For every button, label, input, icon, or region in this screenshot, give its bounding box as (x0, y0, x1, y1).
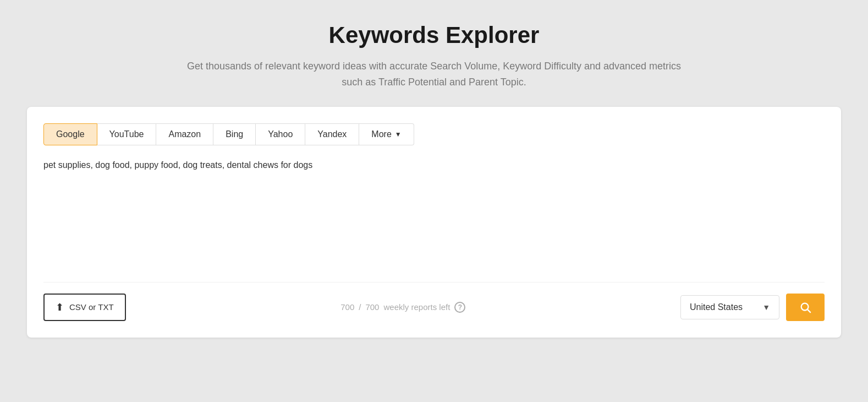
tab-yandex[interactable]: Yandex (305, 123, 359, 145)
hero-subtitle: Get thousands of relevant keyword ideas … (186, 58, 682, 90)
upload-icon: ⬆ (56, 301, 64, 313)
tab-amazon[interactable]: Amazon (156, 123, 213, 145)
chevron-down-icon: ▼ (762, 303, 770, 312)
reports-current: 700 (340, 302, 354, 312)
footer-right: United States ▼ (680, 294, 825, 321)
tab-youtube[interactable]: YouTube (97, 123, 157, 145)
tab-bing[interactable]: Bing (213, 123, 256, 145)
card-footer: ⬆ CSV or TXT 700 / 700 weekly reports le… (43, 282, 825, 321)
search-icon (799, 301, 811, 313)
hero-section: Keywords Explorer Get thousands of relev… (186, 22, 682, 90)
svg-line-1 (807, 309, 810, 312)
tab-more[interactable]: More ▼ (359, 123, 414, 145)
reports-info: 700 / 700 weekly reports left ? (340, 302, 465, 313)
more-label: More (371, 129, 391, 139)
country-select[interactable]: United States ▼ (680, 295, 779, 319)
reports-total: 700 (365, 302, 379, 312)
upload-label: CSV or TXT (69, 302, 114, 312)
page-title: Keywords Explorer (186, 22, 682, 48)
reports-suffix: weekly reports left (383, 302, 450, 312)
country-label: United States (690, 302, 743, 312)
engine-tabs: Google YouTube Amazon Bing Yahoo Yandex … (43, 123, 825, 145)
chevron-down-icon: ▼ (395, 131, 402, 138)
search-button[interactable] (786, 294, 825, 321)
main-card: Google YouTube Amazon Bing Yahoo Yandex … (27, 107, 841, 338)
upload-button[interactable]: ⬆ CSV or TXT (43, 294, 126, 321)
tab-yahoo[interactable]: Yahoo (256, 123, 305, 145)
tab-google[interactable]: Google (43, 123, 97, 145)
keywords-input[interactable]: pet supplies, dog food, puppy food, dog … (43, 159, 825, 269)
reports-slash: / (359, 302, 361, 312)
help-icon[interactable]: ? (454, 302, 465, 313)
